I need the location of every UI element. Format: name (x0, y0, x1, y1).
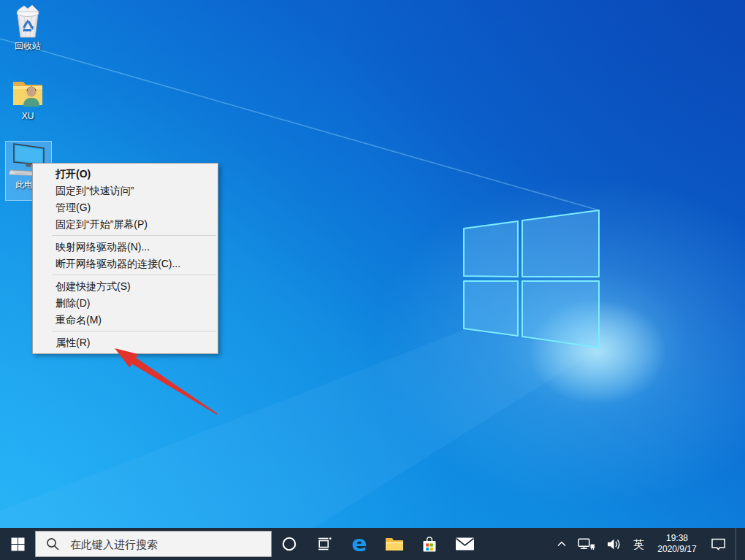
menu-item-rename[interactable]: 重命名(M) (33, 312, 218, 329)
recycle-bin-icon (11, 4, 45, 39)
recycle-bin-label: 回收站 (4, 41, 51, 51)
taskbar-clock[interactable]: 19:38 2020/9/17 (653, 532, 701, 556)
menu-item-pin-to-start[interactable]: 固定到“开始”屏幕(P) (33, 216, 218, 233)
menu-item-manage[interactable]: 管理(G) (33, 199, 218, 216)
menu-item-pin-quick-access[interactable]: 固定到“快速访问” (33, 183, 218, 199)
action-center-button[interactable] (708, 535, 729, 553)
desktop-icon-recycle-bin[interactable]: 回收站 (4, 4, 51, 51)
windows-desktop-screen: 回收站 XU 此电脑 (0, 0, 745, 560)
search-input[interactable] (69, 537, 271, 551)
edge-icon: e (351, 532, 367, 555)
volume-icon[interactable] (604, 537, 624, 552)
user-folder-label: XU (4, 111, 51, 121)
menu-item-create-shortcut[interactable]: 创建快捷方式(S) (33, 278, 218, 295)
menu-separator (52, 331, 216, 331)
search-icon (46, 537, 60, 551)
file-explorer-button[interactable] (377, 528, 412, 560)
tray-chevron-up-icon[interactable] (554, 539, 569, 549)
system-tray: 英 19:38 2020/9/17 (554, 528, 745, 560)
task-view-icon (316, 535, 333, 553)
action-center-icon (710, 537, 727, 552)
file-explorer-folder-icon (385, 536, 404, 552)
cortana-button[interactable] (272, 528, 307, 560)
start-button[interactable] (0, 528, 35, 560)
task-view-button[interactable] (307, 528, 342, 560)
ime-language-indicator[interactable]: 英 (631, 537, 646, 551)
menu-separator (52, 235, 216, 236)
network-icon[interactable] (576, 537, 597, 552)
store-button[interactable] (412, 528, 447, 560)
menu-item-properties[interactable]: 属性(R) (33, 334, 218, 351)
menu-item-open[interactable]: 打开(O) (33, 166, 218, 183)
windows-start-icon (11, 537, 25, 551)
taskbar: e (0, 528, 745, 560)
context-menu: 打开(O) 固定到“快速访问” 管理(G) 固定到“开始”屏幕(P) 映射网络驱… (32, 163, 218, 354)
show-desktop-button[interactable] (736, 528, 739, 560)
clock-time: 19:38 (666, 533, 688, 543)
menu-item-map-network-drive[interactable]: 映射网络驱动器(N)... (33, 239, 218, 256)
menu-item-delete[interactable]: 删除(D) (33, 295, 218, 312)
cortana-circle-icon (281, 536, 297, 552)
mail-button[interactable] (447, 528, 482, 560)
mail-envelope-icon (455, 537, 475, 551)
taskbar-search-box[interactable] (35, 531, 272, 557)
clock-date: 2020/9/17 (657, 544, 696, 554)
menu-item-disconnect-network-drive[interactable]: 断开网络驱动器的连接(C)... (33, 256, 218, 272)
microsoft-store-icon (421, 535, 438, 553)
edge-button[interactable]: e (342, 528, 377, 560)
desktop-icon-user-folder[interactable]: XU (4, 76, 51, 121)
user-folder-icon (11, 76, 45, 110)
menu-separator (52, 275, 216, 275)
